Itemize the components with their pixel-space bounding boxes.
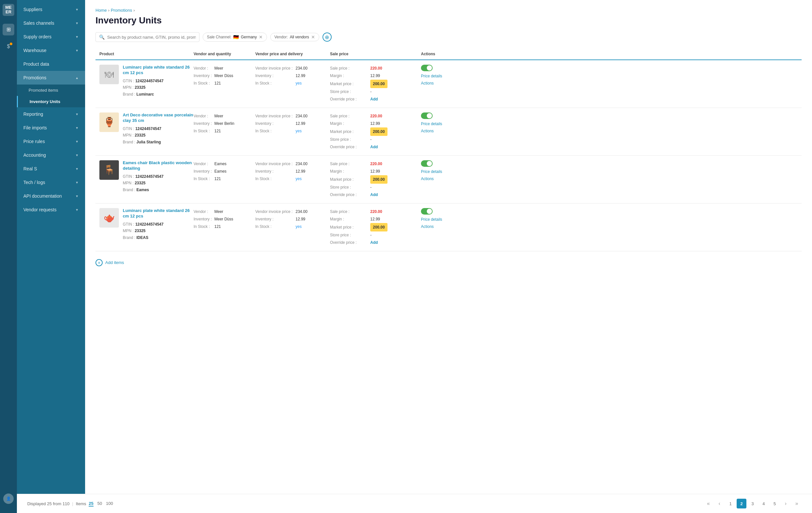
toggle-switch[interactable] xyxy=(421,208,433,215)
per-page-100[interactable]: 100 xyxy=(106,501,113,507)
product-name[interactable]: Eames chair Black plastic wooden detaili… xyxy=(123,160,194,171)
user-avatar[interactable]: 👤 xyxy=(3,493,13,504)
in-stock-delivery-row: In Stock : yes xyxy=(255,128,322,135)
actions-cell: Price details Actions xyxy=(417,60,802,108)
promotions-submenu: Promoted items Inventory Units xyxy=(17,84,85,107)
in-stock-row: In Stock : 121 xyxy=(194,223,248,231)
notifications-icon[interactable]: $ xyxy=(3,40,14,52)
close-icon[interactable]: ✕ xyxy=(259,35,263,39)
inventory-price-row: Inventory : 12.99 xyxy=(255,216,322,223)
price-details-link[interactable]: Price details xyxy=(421,122,442,126)
table-row: 🏺 Art Deco decorative vase porcelain cla… xyxy=(95,108,802,155)
sale-price-row: Sale price : 220.00 xyxy=(330,65,413,72)
sale-price-row: Sale price : 220.00 xyxy=(330,208,413,216)
sidebar-item-supply-orders[interactable]: Supply orders ▼ xyxy=(17,30,85,44)
sale-price-cell: Sale price : 220.00 Margin : 12.99 Marke… xyxy=(326,60,417,108)
in-stock-delivery-row: In Stock : yes xyxy=(255,175,322,183)
toggle-on[interactable] xyxy=(421,65,433,71)
vendor-filter[interactable]: Vendor: All vendors ✕ xyxy=(270,33,319,41)
next-page-button[interactable]: › xyxy=(781,499,790,509)
toggle-on[interactable] xyxy=(421,112,433,119)
margin-row: Margin : 12.99 xyxy=(330,72,413,80)
sidebar-item-suppliers[interactable]: Suppliers ▼ xyxy=(17,3,85,16)
breadcrumb-promotions[interactable]: Promotions xyxy=(111,8,132,13)
per-page-50[interactable]: 50 xyxy=(97,501,102,507)
price-delivery-cell: Vendor invoice price : 234.00 Inventory … xyxy=(252,60,326,108)
sidebar-item-inventory-units[interactable]: Inventory Units xyxy=(17,96,85,107)
actions-link[interactable]: Actions xyxy=(421,224,434,229)
override-price-add[interactable]: Add xyxy=(370,143,378,151)
override-price-add[interactable]: Add xyxy=(370,96,378,103)
product-cell: 🫖 Luminarc plate white standard 26 cm 12… xyxy=(95,203,190,251)
per-page-selector: 25 50 100 xyxy=(89,501,113,507)
product-name[interactable]: Art Deco decorative vase porcelain clay … xyxy=(123,112,194,124)
vendor-cell: Vendor : Meer Inventory : Meer Berlin In… xyxy=(190,108,252,155)
breadcrumb-sep1: › xyxy=(108,8,110,13)
col-header-vendor-qty: Vendor and quantity xyxy=(190,49,252,60)
actions-link[interactable]: Actions xyxy=(421,177,434,181)
breadcrumb-home[interactable]: Home xyxy=(95,8,107,13)
sidebar-item-warehouse[interactable]: Warehouse ▼ xyxy=(17,44,85,57)
product-cell: 🍽 Luminarc plate white standard 26 cm 12… xyxy=(95,60,190,108)
sidebar-item-file-imports[interactable]: File imports ▼ xyxy=(17,121,85,135)
sidebar-item-vendor-requests[interactable]: Vendor requests ▼ xyxy=(17,203,85,217)
product-name[interactable]: Luminarc plate white standard 26 cm 12 p… xyxy=(123,65,194,76)
prev-page-button[interactable]: ‹ xyxy=(715,499,724,509)
toggle-switch[interactable] xyxy=(421,112,433,119)
sidebar-item-promoted-items[interactable]: Promoted items xyxy=(17,84,85,96)
close-icon[interactable]: ✕ xyxy=(311,35,315,39)
add-items-button[interactable]: + Add items xyxy=(95,256,802,269)
chevron-down-icon: ▼ xyxy=(75,140,79,143)
margin-row: Margin : 12.99 xyxy=(330,216,413,223)
price-details-link[interactable]: Price details xyxy=(421,169,442,174)
sidebar-item-api-docs[interactable]: API documentation ▼ xyxy=(17,189,85,203)
sale-channel-filter[interactable]: Sale Channel: 🇩🇪 Germany ✕ xyxy=(203,32,267,42)
sidebar-item-reporting[interactable]: Reporting ▼ xyxy=(17,107,85,121)
toggle-switch[interactable] xyxy=(421,65,433,71)
sidebar-item-real-s[interactable]: Real S ▼ xyxy=(17,162,85,176)
product-name[interactable]: Luminarc plate white standard 26 cm 12 p… xyxy=(123,208,194,219)
sale-channel-value: Germany xyxy=(241,35,257,39)
chevron-down-icon: ▼ xyxy=(75,126,79,130)
first-page-button[interactable]: « xyxy=(703,499,713,509)
page-1-button[interactable]: 1 xyxy=(726,499,735,509)
market-price-row: Market price : 200.00 xyxy=(330,128,413,136)
actions-link[interactable]: Actions xyxy=(421,129,434,133)
dashboard-icon[interactable]: ⊞ xyxy=(3,24,14,35)
toggle-on[interactable] xyxy=(421,208,433,215)
price-details-link[interactable]: Price details xyxy=(421,217,442,222)
per-page-25[interactable]: 25 xyxy=(89,501,93,507)
sidebar-item-price-rules[interactable]: Price rules ▼ xyxy=(17,135,85,148)
page-5-button[interactable]: 5 xyxy=(770,499,780,509)
sidebar-item-accounting[interactable]: Accounting ▼ xyxy=(17,148,85,162)
page-2-button[interactable]: 2 xyxy=(737,499,746,509)
sidebar-nav: Suppliers ▼ Sales channels ▼ Supply orde… xyxy=(17,0,85,513)
sidebar-item-tech-logs[interactable]: Tech / logs ▼ xyxy=(17,176,85,189)
toggle-switch[interactable] xyxy=(421,160,433,167)
items-label: Items xyxy=(76,501,86,506)
product-cell: 🏺 Art Deco decorative vase porcelain cla… xyxy=(95,108,190,155)
page-3-button[interactable]: 3 xyxy=(748,499,757,509)
page-4-button[interactable]: 4 xyxy=(759,499,768,509)
invoice-price-row: Vendor invoice price : 234.00 xyxy=(255,65,322,72)
chevron-down-icon: ▼ xyxy=(75,8,79,11)
last-page-button[interactable]: » xyxy=(792,499,802,509)
search-box[interactable]: 🔍 xyxy=(95,32,199,42)
add-filter-button[interactable]: ⊕ xyxy=(322,32,331,42)
sidebar-item-sales-channels[interactable]: Sales channels ▼ xyxy=(17,16,85,30)
price-details-link[interactable]: Price details xyxy=(421,74,442,78)
actions-link[interactable]: Actions xyxy=(421,81,434,85)
search-input[interactable] xyxy=(107,35,196,40)
override-price-add[interactable]: Add xyxy=(370,191,378,199)
in-stock-row: In Stock : 121 xyxy=(194,80,248,87)
breadcrumb: Home › Promotions › xyxy=(95,8,802,13)
sidebar-item-promotions[interactable]: Promotions ▲ xyxy=(17,71,85,84)
table-row: 🫖 Luminarc plate white standard 26 cm 12… xyxy=(95,203,802,251)
search-icon: 🔍 xyxy=(99,34,105,40)
vendor-cell: Vendor : Meer Inventory : Meer Düss In S… xyxy=(190,203,252,251)
toggle-on[interactable] xyxy=(421,160,433,167)
footer: Displayed 25 from 110 | Items 25 50 100 … xyxy=(17,494,812,513)
logo-icon[interactable]: MEER xyxy=(3,4,14,16)
sidebar-item-product-data[interactable]: Product data xyxy=(17,57,85,71)
override-price-add[interactable]: Add xyxy=(370,239,378,246)
